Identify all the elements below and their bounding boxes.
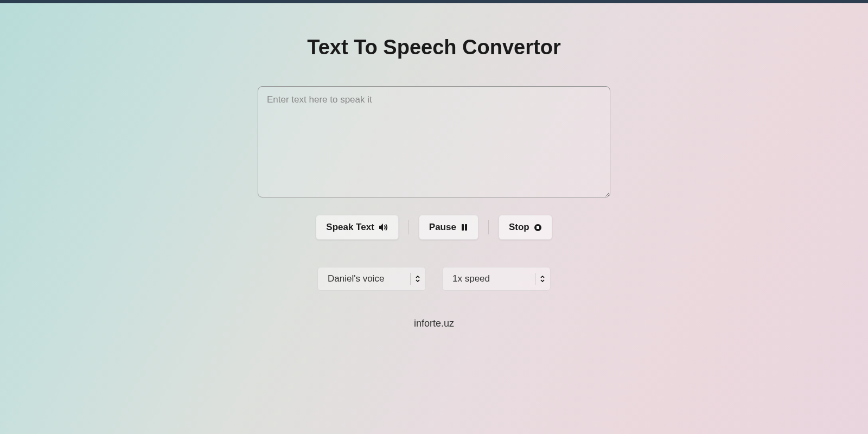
pause-button-label: Pause — [429, 222, 456, 233]
voice-select[interactable]: Daniel's voice — [317, 267, 426, 291]
voice-select-wrapper: Daniel's voice — [317, 267, 426, 291]
pause-icon — [461, 224, 468, 231]
textarea-container — [258, 86, 610, 197]
voice-select-value: Daniel's voice — [328, 273, 384, 284]
speak-text-button[interactable]: Speak Text — [316, 215, 399, 240]
stop-button[interactable]: Stop — [499, 215, 552, 240]
speed-select-value: 1x speed — [452, 273, 490, 284]
volume-icon — [379, 223, 388, 232]
button-row: Speak Text Pause St — [316, 215, 552, 240]
button-divider — [409, 220, 409, 234]
svg-rect-3 — [537, 226, 539, 229]
svg-rect-1 — [465, 224, 467, 231]
speed-select-wrapper: 1x speed — [442, 267, 551, 291]
stop-button-label: Stop — [509, 222, 529, 233]
speed-select[interactable]: 1x speed — [442, 267, 551, 291]
speak-button-label: Speak Text — [326, 222, 374, 233]
main-container: Text To Speech Convertor Speak Text Paus… — [0, 3, 868, 329]
select-row: Daniel's voice 1x speed — [317, 267, 551, 291]
svg-rect-0 — [462, 224, 464, 231]
pause-button[interactable]: Pause — [419, 215, 478, 240]
stop-icon — [534, 224, 542, 232]
button-divider — [488, 220, 489, 234]
text-input[interactable] — [258, 86, 610, 197]
page-title: Text To Speech Convertor — [307, 36, 560, 59]
footer-credit: inforte.uz — [414, 318, 454, 329]
